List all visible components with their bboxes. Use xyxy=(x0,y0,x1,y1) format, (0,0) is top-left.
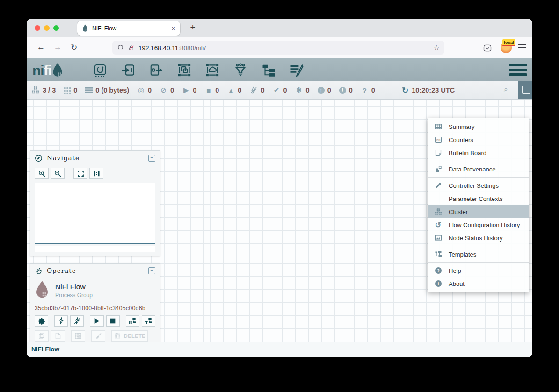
tracking-shield-icon[interactable] xyxy=(117,44,124,51)
nifi-drop-icon xyxy=(51,63,64,78)
menu-item-controller-settings[interactable]: Controller Settings xyxy=(428,179,529,192)
menu-item-about[interactable]: i About xyxy=(428,277,529,290)
back-button[interactable]: ← xyxy=(37,43,45,52)
global-menu-button[interactable] xyxy=(509,64,527,76)
birdseye-resize-strip[interactable] xyxy=(35,246,155,252)
close-window-button[interactable] xyxy=(35,25,40,31)
arrow-up-circle-icon: ↑ xyxy=(318,87,325,94)
menu-separator xyxy=(428,262,529,263)
remote-process-group-icon[interactable] xyxy=(205,63,219,77)
disable-button[interactable] xyxy=(70,315,84,327)
menu-item-help[interactable]: ? Help xyxy=(428,264,529,277)
browser-window: NiFi Flow × + ← → ↻ 192.168.40.11:8080/n… xyxy=(27,19,532,357)
logo-ni: ni xyxy=(32,64,44,78)
disabled-icon xyxy=(249,86,258,94)
paste-button[interactable] xyxy=(51,330,65,342)
zoom-actual-button[interactable] xyxy=(89,168,103,179)
question-circle-icon: ? xyxy=(434,267,443,274)
stopped-icon: ■ xyxy=(204,86,212,94)
process-group-icon[interactable] xyxy=(177,63,191,77)
reload-button[interactable]: ↻ xyxy=(71,43,77,52)
locally-modified-stale-status: !0 xyxy=(339,86,353,94)
new-tab-button[interactable]: + xyxy=(187,22,199,33)
navigate-header[interactable]: Navigate − xyxy=(30,151,160,165)
start-button[interactable] xyxy=(90,315,103,327)
zoom-out-button[interactable] xyxy=(51,168,65,179)
menu-item-bulletin-board[interactable]: Bulletin Board xyxy=(428,146,529,159)
menu-item-flow-configuration-history[interactable]: ↺ Flow Configuration History xyxy=(428,218,529,231)
traffic-lights xyxy=(35,25,59,31)
zoom-fit-button[interactable] xyxy=(73,168,87,179)
menu-item-summary[interactable]: Summary xyxy=(428,120,529,133)
chart-area-icon xyxy=(434,234,443,242)
profile-badge: local xyxy=(502,39,515,46)
collapse-operate-button[interactable]: − xyxy=(148,267,155,274)
last-refresh-time: 10:20:23 UTC xyxy=(412,86,455,94)
browser-menu-icon[interactable] xyxy=(518,44,526,50)
breadcrumb[interactable]: NiFi Flow xyxy=(31,346,532,353)
birdseye-minimap[interactable] xyxy=(35,183,155,244)
create-template-button[interactable] xyxy=(126,315,139,327)
svg-text:?: ? xyxy=(437,268,440,273)
question-icon: ? xyxy=(361,86,369,94)
fill-color-button[interactable] xyxy=(91,330,105,342)
url-text[interactable]: 192.168.40.11:8080/nifi/ xyxy=(138,43,206,52)
logo-fi: fi xyxy=(44,64,51,78)
template-icon[interactable] xyxy=(261,63,276,77)
configuration-button[interactable] xyxy=(35,315,48,327)
menu-item-data-provenance[interactable]: Data Provenance xyxy=(428,163,529,176)
browser-tab[interactable]: NiFi Flow × xyxy=(77,21,180,36)
insecure-lock-icon[interactable] xyxy=(128,44,135,51)
locally-modified-status: ✱0 xyxy=(295,86,310,94)
copy-button[interactable] xyxy=(35,330,49,342)
queued-icon xyxy=(85,87,93,93)
upload-template-button[interactable] xyxy=(142,315,155,327)
forward-button[interactable]: → xyxy=(54,43,62,52)
operate-title: Operate xyxy=(47,267,144,274)
hand-icon xyxy=(35,267,43,275)
input-port-icon[interactable] xyxy=(121,63,135,77)
menu-separator xyxy=(428,246,529,246)
operate-header[interactable]: Operate − xyxy=(30,264,160,278)
menu-item-cluster[interactable]: Cluster xyxy=(428,205,529,218)
browser-navbar: ← → ↻ 192.168.40.11:8080/nifi/ ☆ local xyxy=(27,37,532,58)
nifi-favicon xyxy=(82,24,88,32)
operate-body: NiFi Flow Process Group 35cbd3b7-017b-10… xyxy=(30,278,160,346)
output-port-icon[interactable] xyxy=(149,63,163,77)
delete-button[interactable]: DELETE xyxy=(111,330,148,342)
tab-close-icon[interactable]: × xyxy=(172,25,175,32)
menu-item-parameter-contexts[interactable]: Parameter Contexts xyxy=(428,192,529,205)
navigate-title: Navigate xyxy=(47,154,144,162)
stop-button[interactable] xyxy=(106,315,120,327)
cluster-icon xyxy=(31,86,40,94)
url-bar[interactable]: 192.168.40.11:8080/nifi/ ☆ xyxy=(112,41,444,55)
url-path: :8080/nifi/ xyxy=(178,44,206,51)
process-group-id[interactable]: 35cbd3b7-017b-1000-8bff-1c3405c00d6b xyxy=(35,305,155,312)
zoom-in-button[interactable] xyxy=(35,168,49,179)
menu-item-templates[interactable]: Templates xyxy=(428,248,529,261)
menu-separator xyxy=(428,161,529,161)
search-icon[interactable]: ⌕ xyxy=(504,85,508,93)
menu-separator xyxy=(428,177,529,178)
pocket-icon[interactable] xyxy=(483,43,492,53)
minimize-window-button[interactable] xyxy=(44,25,50,31)
funnel-icon[interactable] xyxy=(233,63,247,77)
refresh-icon[interactable]: ↻ xyxy=(402,86,408,95)
svg-text:23: 23 xyxy=(436,138,440,142)
menu-item-counters[interactable]: 23 Counters xyxy=(428,133,529,146)
bookmark-star-icon[interactable]: ☆ xyxy=(434,43,440,52)
asterisk-icon: ✱ xyxy=(295,86,303,94)
menu-item-node-status-history[interactable]: Node Status History xyxy=(428,231,529,244)
navigate-controls xyxy=(35,168,155,179)
group-button[interactable] xyxy=(71,330,85,342)
label-icon[interactable] xyxy=(290,63,304,77)
cluster-status: 3 / 3 xyxy=(31,86,56,94)
zoom-window-button[interactable] xyxy=(53,25,59,31)
running-status: ▶0 xyxy=(182,86,196,94)
not-transmitting-icon: ⊘ xyxy=(160,86,167,94)
transmitting-icon: ◎ xyxy=(137,86,145,94)
invalid-status: ▲0 xyxy=(227,86,241,94)
collapse-navigate-button[interactable]: − xyxy=(148,155,155,162)
processor-icon[interactable] xyxy=(93,63,107,77)
enable-button[interactable] xyxy=(54,315,68,327)
